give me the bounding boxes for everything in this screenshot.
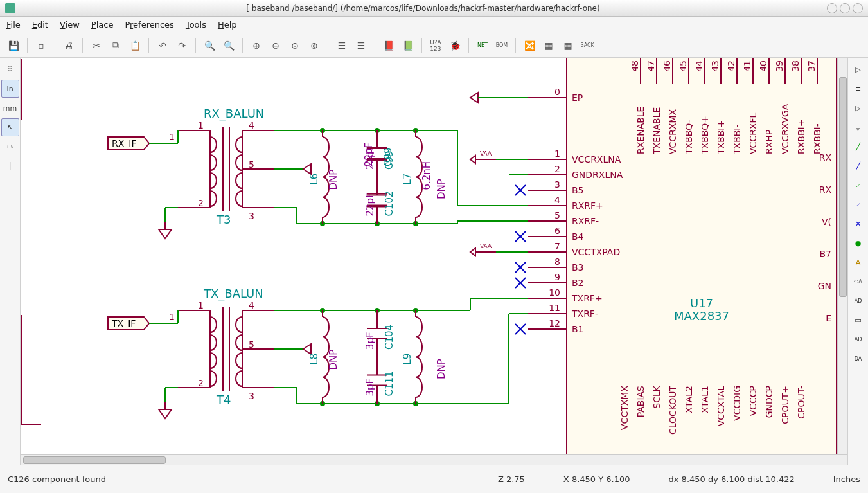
svg-text:VCCRXFL: VCCRXFL	[748, 113, 758, 154]
right-toolbar: ▷ ≡ ▷ ⏚ ╱ ╱ ⟋ ⟋ ✕ ● A ⬠A AD ▭ AD DA	[847, 58, 868, 465]
vertical-scrollbar[interactable]	[837, 58, 847, 454]
svg-text:RX_IF: RX_IF	[112, 138, 137, 148]
bom-icon[interactable]: BOM	[493, 37, 510, 54]
svg-text:1: 1	[169, 312, 175, 322]
zoom-out-icon[interactable]: ⊖	[267, 37, 284, 54]
menu-file[interactable]: File	[6, 20, 21, 30]
zoom-region-icon[interactable]: 🔍	[220, 37, 237, 54]
svg-text:VCCRXVGA: VCCRXVGA	[780, 103, 790, 154]
wire-entry-icon[interactable]: ⟋	[849, 176, 867, 194]
maximize-button[interactable]	[840, 3, 850, 13]
cvpcb-icon[interactable]: 🔀	[521, 37, 538, 54]
copy-icon[interactable]: ⧉	[107, 37, 124, 54]
place-component-icon[interactable]: ▷	[849, 99, 867, 117]
erc-icon[interactable]: 🐞	[447, 37, 463, 54]
schematic-canvas[interactable]: U17MAX28370EP1VCCRXLNA2GNDRXLNA3B54RXRF+…	[21, 58, 847, 454]
svg-text:XTAL2: XTAL2	[684, 386, 694, 413]
status-dxy: dx 8.450 dy 6.100 dist 10.422	[669, 474, 795, 484]
footprint-icon[interactable]: ▦	[560, 37, 576, 54]
pcbnew-icon[interactable]: ▦	[540, 37, 557, 54]
svg-text:2: 2	[198, 378, 204, 388]
svg-text:VAA: VAA	[480, 243, 492, 249]
menu-place[interactable]: Place	[91, 20, 114, 30]
paste-icon[interactable]: 📋	[127, 37, 143, 54]
units-in-button[interactable]: In	[1, 80, 19, 98]
svg-text:MAX2837: MAX2837	[674, 309, 729, 323]
highlight-net-icon[interactable]: ≡	[849, 80, 867, 98]
global-label-icon[interactable]: ⬠A	[849, 273, 867, 291]
menu-help[interactable]: Help	[218, 20, 237, 30]
svg-text:CPOUT+: CPOUT+	[780, 386, 790, 424]
redo-icon[interactable]: ↷	[173, 37, 190, 54]
leave-sheet-icon[interactable]: ☰	[353, 37, 369, 54]
back-icon[interactable]: BACK	[579, 37, 596, 54]
svg-text:DNP: DNP	[436, 359, 447, 379]
svg-text:1: 1	[554, 148, 560, 159]
bus-entry-icon[interactable]: ⟋	[849, 195, 867, 213]
grid-icon[interactable]: ⠿	[1, 60, 19, 78]
svg-text:TXENABLE: TXENABLE	[651, 107, 662, 155]
svg-text:L7: L7	[402, 174, 413, 185]
save-icon[interactable]: 💾	[5, 37, 22, 54]
svg-text:GN: GN	[818, 281, 831, 291]
svg-text:48: 48	[630, 60, 640, 72]
svg-text:C99: C99	[384, 150, 395, 170]
net-label-icon[interactable]: A	[849, 253, 867, 271]
svg-text:E: E	[826, 313, 831, 323]
svg-text:TXRF+: TXRF+	[571, 293, 603, 303]
zoom-in-icon[interactable]: ⊕	[248, 37, 265, 54]
lib-browse-icon[interactable]: 📕	[380, 37, 397, 54]
menu-view[interactable]: View	[60, 20, 80, 30]
units-mm-button[interactable]: mm	[1, 99, 19, 117]
zoom-fit-icon[interactable]: ⊙	[287, 37, 303, 54]
select-icon[interactable]: ▷	[849, 60, 867, 78]
cut-icon[interactable]: ✂	[88, 37, 105, 54]
svg-text:L6: L6	[308, 174, 320, 185]
zoom-refresh-icon[interactable]: ⊚	[306, 37, 323, 54]
hier-pin-icon[interactable]: DA	[849, 350, 867, 368]
print-icon[interactable]: 🖨	[60, 37, 77, 54]
no-connect-icon[interactable]: ✕	[849, 215, 867, 233]
svg-text:XTAL1: XTAL1	[700, 386, 710, 413]
main-toolbar: 💾 ▫ 🖨 ✂ ⧉ 📋 ↶ ↷ 🔍 🔍 ⊕ ⊖ ⊙ ⊚ ☰ ☰ 📕 📗 U?A1…	[0, 33, 868, 58]
import-hier-icon[interactable]: AD	[849, 330, 867, 348]
svg-text:VCCRXMX: VCCRXMX	[668, 109, 678, 154]
page-icon[interactable]: ▫	[33, 37, 49, 54]
svg-text:22pF: 22pF	[364, 192, 376, 216]
junction-icon[interactable]: ●	[849, 234, 867, 252]
horizontal-scrollbar[interactable]	[21, 454, 847, 465]
svg-text:5: 5	[554, 210, 560, 220]
annotate-icon[interactable]: U?A123	[427, 37, 444, 54]
svg-text:C111: C111	[384, 371, 395, 396]
netlist-icon[interactable]: NET	[474, 37, 491, 54]
svg-text:9: 9	[554, 272, 560, 282]
lib-edit-icon[interactable]: 📗	[400, 37, 416, 54]
menu-preferences[interactable]: Preferences	[125, 20, 173, 30]
place-bus-icon[interactable]: ╱	[849, 157, 867, 175]
svg-text:L8: L8	[308, 354, 320, 365]
undo-icon[interactable]: ↶	[154, 37, 171, 54]
svg-text:VCCDIG: VCCDIG	[732, 386, 742, 421]
svg-text:VCCCP: VCCCP	[748, 386, 758, 416]
hidden-pins-icon[interactable]: ↦	[1, 138, 19, 156]
svg-text:46: 46	[662, 60, 672, 72]
bus-direction-icon[interactable]: ┤	[1, 157, 19, 175]
menu-edit[interactable]: Edit	[32, 20, 48, 30]
place-power-icon[interactable]: ⏚	[849, 118, 867, 136]
place-wire-icon[interactable]: ╱	[849, 138, 867, 156]
svg-text:V(: V(	[822, 217, 831, 227]
close-button[interactable]	[853, 3, 863, 13]
find-icon[interactable]: 🔍	[201, 37, 218, 54]
menu-tools[interactable]: Tools	[186, 20, 206, 30]
menu-bar: File Edit View Place Preferences Tools H…	[0, 17, 868, 33]
svg-text:DNP: DNP	[436, 179, 447, 199]
status-zoom: Z 2.75	[498, 474, 525, 484]
cursor-shape-icon[interactable]: ↖	[1, 118, 19, 136]
minimize-button[interactable]	[827, 3, 837, 13]
hier-sheet-icon[interactable]: ▭	[849, 311, 867, 329]
svg-text:12: 12	[549, 318, 560, 328]
svg-text:2: 2	[198, 198, 204, 208]
hier-label-icon[interactable]: AD	[849, 292, 867, 310]
hierarchy-icon[interactable]: ☰	[333, 37, 350, 54]
svg-text:C104: C104	[384, 325, 395, 350]
